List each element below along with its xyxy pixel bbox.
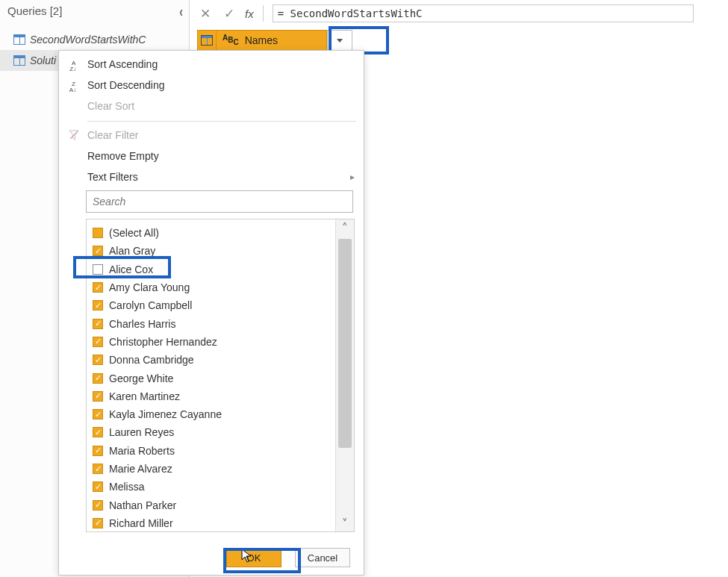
filter-value-item[interactable]: ✓Nathan Parker	[93, 496, 333, 514]
checkbox-indeterminate-icon[interactable]	[93, 228, 103, 238]
column-header-names[interactable]: ABC Names	[217, 30, 327, 51]
checkbox-checked-icon[interactable]: ✓	[93, 446, 103, 456]
menu-label: Text Filters	[87, 171, 344, 183]
value-label: Kayla Jimenez Cayanne	[109, 408, 222, 420]
filter-value-item[interactable]: ✓George White	[93, 369, 333, 387]
queries-title: Queries [2]	[7, 4, 62, 17]
menu-label: Sort Descending	[87, 79, 355, 91]
filter-value-item[interactable]: Alice Cox	[93, 261, 333, 278]
filter-value-item[interactable]: ✓Kayla Jimenez Cayanne	[93, 405, 333, 423]
checkbox-checked-icon[interactable]: ✓	[93, 282, 103, 293]
value-label: Charles Harris	[109, 318, 175, 330]
table-icon	[13, 55, 25, 66]
sort-asc-icon	[66, 59, 81, 70]
sort-ascending[interactable]: Sort Ascending	[59, 54, 364, 75]
filter-value-item[interactable]: ✓Amy Clara Young	[93, 278, 333, 296]
filter-value-item[interactable]: ✓Donna Cambridge	[93, 351, 333, 369]
fx-icon: fx	[245, 7, 254, 20]
filter-value-item[interactable]: ✓Lauren Reyes	[93, 423, 333, 441]
value-label: Alice Cox	[109, 263, 153, 275]
value-label: Maria Roberts	[109, 445, 175, 457]
table-corner-button[interactable]	[197, 30, 217, 51]
sidebar-header: Queries [2] ‹	[0, 0, 189, 22]
checkbox-checked-icon[interactable]: ✓	[93, 373, 103, 384]
value-label: Richard Miller	[109, 517, 173, 529]
chevron-right-icon: ▸	[350, 172, 355, 182]
value-label: Donna Cambridge	[109, 354, 194, 366]
checkbox-checked-icon[interactable]: ✓	[93, 481, 103, 492]
scroll-thumb[interactable]	[338, 239, 352, 448]
checkbox-checked-icon[interactable]: ✓	[93, 246, 103, 256]
text-filters[interactable]: Text Filters ▸	[59, 166, 364, 187]
divider	[87, 121, 356, 122]
remove-empty[interactable]: Remove Empty	[59, 146, 364, 166]
column-headers: ABC Names	[197, 30, 352, 51]
filter-value-item[interactable]: ✓Alan Gray	[93, 242, 333, 260]
sort-desc-icon	[66, 80, 81, 91]
clear-filter-icon	[66, 130, 81, 140]
value-label: Melissa	[109, 481, 144, 493]
checkbox-checked-icon[interactable]: ✓	[93, 464, 103, 474]
scrollbar[interactable]: ˄ ˅	[335, 219, 354, 531]
table-icon	[201, 35, 213, 46]
filter-value-item[interactable]: ✓Charles Harris	[93, 314, 333, 332]
checkbox-checked-icon[interactable]: ✓	[93, 319, 103, 329]
scroll-down-icon[interactable]: ˅	[336, 515, 354, 531]
filter-value-item[interactable]: ✓Christopher Hernandez	[93, 333, 333, 351]
query-label: Soluti	[30, 54, 56, 66]
commit-formula-icon[interactable]: ✓	[221, 5, 237, 22]
checkbox-checked-icon[interactable]: ✓	[93, 409, 103, 420]
value-label: George White	[109, 372, 173, 384]
filter-value-item[interactable]: ✓Richard Miller	[93, 514, 333, 531]
text-type-icon: ABC	[223, 37, 239, 44]
filter-dropdown-panel: Sort Ascending Sort Descending Clear Sor…	[58, 50, 364, 576]
value-label: Carolyn Campbell	[109, 299, 192, 311]
formula-bar: ✕ ✓ fx	[197, 4, 694, 22]
filter-value-select-all[interactable]: (Select All)	[93, 224, 333, 242]
filter-value-item[interactable]: ✓Marie Alvarez	[93, 460, 333, 478]
filter-value-item[interactable]: ✓Carolyn Campbell	[93, 296, 333, 314]
value-label: Amy Clara Young	[109, 281, 190, 293]
menu-label: Remove Empty	[87, 150, 355, 162]
scroll-up-icon[interactable]: ˄	[336, 219, 354, 236]
value-label: Lauren Reyes	[109, 426, 174, 438]
value-label: Nathan Parker	[109, 499, 176, 511]
filter-search-input[interactable]	[86, 190, 353, 213]
checkbox-checked-icon[interactable]: ✓	[93, 391, 103, 402]
table-icon	[13, 34, 25, 45]
checkbox-checked-icon[interactable]: ✓	[93, 500, 103, 511]
divider	[263, 5, 264, 22]
value-label: Marie Alvarez	[109, 463, 172, 475]
menu-label: Sort Ascending	[87, 58, 355, 70]
checkbox-checked-icon[interactable]: ✓	[93, 355, 103, 365]
filter-value-item[interactable]: ✓Melissa	[93, 478, 333, 496]
checkbox-checked-icon[interactable]: ✓	[93, 518, 103, 528]
menu-label: Clear Sort	[87, 100, 355, 112]
checkbox-checked-icon[interactable]: ✓	[93, 337, 103, 347]
cancel-formula-icon[interactable]: ✕	[197, 5, 214, 22]
collapse-sidebar-icon[interactable]: ‹	[179, 2, 183, 19]
menu-label: Clear Filter	[87, 129, 355, 141]
checkbox-checked-icon[interactable]: ✓	[93, 427, 103, 437]
clear-filter: Clear Filter	[59, 125, 364, 146]
clear-sort: Clear Sort	[59, 96, 364, 116]
checkbox-checked-icon[interactable]: ✓	[93, 300, 103, 311]
column-name: Names	[245, 34, 278, 46]
sort-descending[interactable]: Sort Descending	[59, 75, 364, 96]
filter-value-item[interactable]: ✓Karen Martinez	[93, 387, 333, 405]
cancel-button[interactable]: Cancel	[295, 548, 350, 567]
value-label: Alan Gray	[109, 245, 155, 257]
filter-values-listbox: (Select All)✓Alan GrayAlice Cox✓Amy Clar…	[86, 219, 355, 532]
formula-input[interactable]	[273, 4, 694, 22]
button-label: Cancel	[308, 552, 337, 564]
filter-value-item[interactable]: ✓Maria Roberts	[93, 442, 333, 460]
ok-button[interactable]: OK	[226, 548, 281, 567]
query-label: SecondWordStartsWithC	[30, 34, 146, 46]
value-label: Karen Martinez	[109, 390, 180, 402]
query-item-secondword[interactable]: SecondWordStartsWithC	[0, 29, 189, 50]
column-filter-dropdown-button[interactable]	[327, 30, 352, 51]
checkbox-unchecked-icon[interactable]	[93, 264, 103, 275]
value-label: Christopher Hernandez	[109, 336, 217, 348]
chevron-down-icon	[337, 39, 343, 43]
value-label: (Select All)	[109, 227, 159, 239]
